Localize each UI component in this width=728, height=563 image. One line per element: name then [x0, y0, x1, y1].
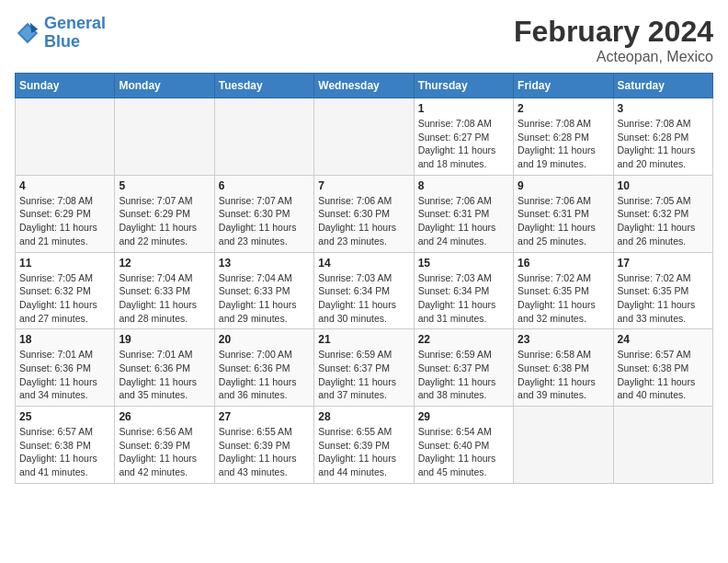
day-info: Sunrise: 7:04 AM Sunset: 6:33 PM Dayligh…: [219, 271, 310, 326]
day-number: 27: [219, 410, 310, 423]
day-info: Sunrise: 7:08 AM Sunset: 6:28 PM Dayligh…: [618, 117, 709, 171]
day-info: Sunrise: 7:03 AM Sunset: 6:34 PM Dayligh…: [418, 271, 509, 326]
day-number: 29: [418, 410, 509, 423]
calendar-table: SundayMondayTuesdayWednesdayThursdayFrid…: [15, 73, 713, 484]
calendar-cell: [214, 98, 313, 176]
calendar-cell: 17Sunrise: 7:02 AM Sunset: 6:35 PM Dayli…: [613, 252, 712, 329]
calendar-cell: 5Sunrise: 7:07 AM Sunset: 6:29 PM Daylig…: [115, 175, 214, 252]
logo-text: General Blue: [44, 15, 106, 52]
calendar-cell: [16, 98, 115, 176]
calendar-cell: 13Sunrise: 7:04 AM Sunset: 6:33 PM Dayli…: [214, 252, 313, 329]
day-number: 10: [618, 179, 709, 192]
day-number: 8: [418, 179, 509, 192]
calendar-cell: 18Sunrise: 7:01 AM Sunset: 6:36 PM Dayli…: [16, 329, 115, 407]
page-header: General Blue February 2024 Acteopan, Mex…: [15, 15, 713, 65]
weekday-row: SundayMondayTuesdayWednesdayThursdayFrid…: [16, 74, 713, 98]
calendar-cell: 27Sunrise: 6:55 AM Sunset: 6:39 PM Dayli…: [214, 407, 313, 484]
calendar-cell: 11Sunrise: 7:05 AM Sunset: 6:32 PM Dayli…: [16, 252, 115, 329]
day-number: 11: [19, 257, 110, 270]
day-info: Sunrise: 7:02 AM Sunset: 6:35 PM Dayligh…: [618, 271, 709, 326]
day-info: Sunrise: 6:59 AM Sunset: 6:37 PM Dayligh…: [418, 348, 509, 402]
calendar-cell: 1Sunrise: 7:08 AM Sunset: 6:27 PM Daylig…: [414, 98, 513, 176]
weekday-header: Friday: [514, 74, 613, 98]
day-number: 14: [318, 257, 409, 270]
day-info: Sunrise: 7:04 AM Sunset: 6:33 PM Dayligh…: [119, 271, 210, 326]
day-info: Sunrise: 7:06 AM Sunset: 6:30 PM Dayligh…: [318, 194, 409, 248]
day-info: Sunrise: 7:06 AM Sunset: 6:31 PM Dayligh…: [418, 194, 509, 248]
calendar-week: 4Sunrise: 7:08 AM Sunset: 6:29 PM Daylig…: [16, 175, 713, 252]
calendar-cell: 12Sunrise: 7:04 AM Sunset: 6:33 PM Dayli…: [115, 252, 214, 329]
day-number: 23: [518, 333, 609, 346]
day-number: 12: [119, 257, 210, 270]
day-info: Sunrise: 6:57 AM Sunset: 6:38 PM Dayligh…: [19, 425, 110, 479]
calendar-cell: 24Sunrise: 6:57 AM Sunset: 6:38 PM Dayli…: [613, 329, 712, 407]
logo-general: General: [44, 14, 106, 32]
day-info: Sunrise: 7:08 AM Sunset: 6:29 PM Dayligh…: [19, 194, 110, 248]
day-number: 26: [119, 410, 210, 423]
day-number: 15: [418, 257, 509, 270]
day-info: Sunrise: 7:01 AM Sunset: 6:36 PM Dayligh…: [19, 348, 110, 402]
calendar-week: 18Sunrise: 7:01 AM Sunset: 6:36 PM Dayli…: [16, 329, 713, 407]
weekday-header: Saturday: [613, 74, 712, 98]
day-number: 28: [318, 410, 409, 423]
day-info: Sunrise: 7:07 AM Sunset: 6:29 PM Dayligh…: [119, 194, 210, 248]
day-info: Sunrise: 6:59 AM Sunset: 6:37 PM Dayligh…: [318, 348, 409, 402]
calendar-title: February 2024: [514, 15, 713, 49]
calendar-week: 1Sunrise: 7:08 AM Sunset: 6:27 PM Daylig…: [16, 98, 713, 176]
weekday-header: Thursday: [414, 74, 513, 98]
calendar-cell: 20Sunrise: 7:00 AM Sunset: 6:36 PM Dayli…: [214, 329, 313, 407]
day-number: 9: [518, 179, 609, 192]
logo: General Blue: [15, 15, 106, 52]
calendar-cell: 19Sunrise: 7:01 AM Sunset: 6:36 PM Dayli…: [115, 329, 214, 407]
day-number: 21: [318, 333, 409, 346]
day-number: 3: [618, 102, 709, 115]
day-number: 2: [518, 102, 609, 115]
day-number: 18: [19, 333, 110, 346]
calendar-cell: [314, 98, 414, 176]
day-number: 5: [119, 179, 210, 192]
day-info: Sunrise: 7:07 AM Sunset: 6:30 PM Dayligh…: [219, 194, 310, 248]
day-info: Sunrise: 6:58 AM Sunset: 6:38 PM Dayligh…: [518, 348, 609, 402]
day-info: Sunrise: 7:03 AM Sunset: 6:34 PM Dayligh…: [318, 271, 409, 326]
title-block: February 2024 Acteopan, Mexico: [514, 15, 713, 65]
day-number: 20: [219, 333, 310, 346]
calendar-cell: 4Sunrise: 7:08 AM Sunset: 6:29 PM Daylig…: [16, 175, 115, 252]
calendar-cell: 25Sunrise: 6:57 AM Sunset: 6:38 PM Dayli…: [16, 407, 115, 484]
day-info: Sunrise: 7:01 AM Sunset: 6:36 PM Dayligh…: [119, 348, 210, 402]
calendar-cell: 16Sunrise: 7:02 AM Sunset: 6:35 PM Dayli…: [514, 252, 613, 329]
calendar-cell: 14Sunrise: 7:03 AM Sunset: 6:34 PM Dayli…: [314, 252, 414, 329]
day-number: 25: [19, 410, 110, 423]
calendar-cell: 22Sunrise: 6:59 AM Sunset: 6:37 PM Dayli…: [414, 329, 513, 407]
day-info: Sunrise: 6:55 AM Sunset: 6:39 PM Dayligh…: [318, 425, 409, 479]
day-info: Sunrise: 7:08 AM Sunset: 6:27 PM Dayligh…: [418, 117, 509, 171]
calendar-header: SundayMondayTuesdayWednesdayThursdayFrid…: [16, 74, 713, 98]
calendar-cell: 8Sunrise: 7:06 AM Sunset: 6:31 PM Daylig…: [414, 175, 513, 252]
calendar-cell: 9Sunrise: 7:06 AM Sunset: 6:31 PM Daylig…: [514, 175, 613, 252]
calendar-week: 25Sunrise: 6:57 AM Sunset: 6:38 PM Dayli…: [16, 407, 713, 484]
calendar-cell: 29Sunrise: 6:54 AM Sunset: 6:40 PM Dayli…: [414, 407, 513, 484]
day-number: 24: [618, 333, 709, 346]
calendar-cell: 26Sunrise: 6:56 AM Sunset: 6:39 PM Dayli…: [115, 407, 214, 484]
calendar-cell: [613, 407, 712, 484]
day-info: Sunrise: 6:54 AM Sunset: 6:40 PM Dayligh…: [418, 425, 509, 479]
day-info: Sunrise: 7:08 AM Sunset: 6:28 PM Dayligh…: [518, 117, 609, 171]
day-number: 19: [119, 333, 210, 346]
day-info: Sunrise: 7:06 AM Sunset: 6:31 PM Dayligh…: [518, 194, 609, 248]
weekday-header: Wednesday: [314, 74, 414, 98]
calendar-cell: 7Sunrise: 7:06 AM Sunset: 6:30 PM Daylig…: [314, 175, 414, 252]
day-number: 16: [518, 257, 609, 270]
day-info: Sunrise: 7:00 AM Sunset: 6:36 PM Dayligh…: [219, 348, 310, 402]
weekday-header: Tuesday: [214, 74, 313, 98]
day-number: 6: [219, 179, 310, 192]
calendar-week: 11Sunrise: 7:05 AM Sunset: 6:32 PM Dayli…: [16, 252, 713, 329]
calendar-cell: 21Sunrise: 6:59 AM Sunset: 6:37 PM Dayli…: [314, 329, 414, 407]
day-number: 7: [318, 179, 409, 192]
weekday-header: Sunday: [16, 74, 115, 98]
day-info: Sunrise: 7:05 AM Sunset: 6:32 PM Dayligh…: [19, 271, 110, 326]
logo-blue: Blue: [44, 32, 80, 51]
day-number: 1: [418, 102, 509, 115]
calendar-subtitle: Acteopan, Mexico: [514, 49, 713, 65]
calendar-cell: 2Sunrise: 7:08 AM Sunset: 6:28 PM Daylig…: [514, 98, 613, 176]
calendar-cell: 3Sunrise: 7:08 AM Sunset: 6:28 PM Daylig…: [613, 98, 712, 176]
calendar-cell: 15Sunrise: 7:03 AM Sunset: 6:34 PM Dayli…: [414, 252, 513, 329]
